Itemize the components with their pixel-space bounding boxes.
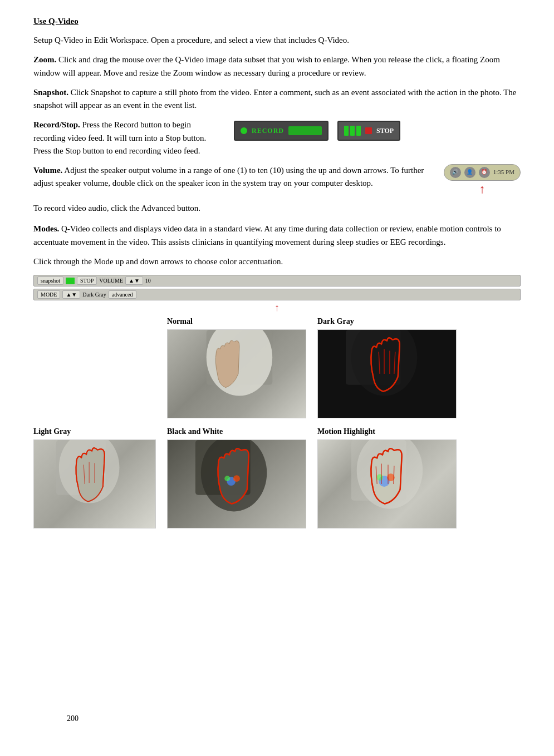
mode-label-motion-highlight: Motion Highlight bbox=[317, 427, 375, 436]
arrow-note-section: Click through the Mode up and down arrow… bbox=[33, 255, 521, 268]
volume-text-block: Volume. Adjust the speaker output volume… bbox=[33, 164, 433, 190]
light-gray-hand-svg bbox=[34, 440, 155, 528]
toolbar-arrow-up: ↑ bbox=[33, 303, 521, 313]
modes-label: Modes. bbox=[33, 224, 59, 233]
stop-bars bbox=[344, 126, 361, 136]
dark-gray-hand-svg bbox=[318, 330, 456, 418]
stop-square bbox=[365, 127, 372, 134]
mode-toolbar-2: MODE ▲▼ Dark Gray advanced bbox=[33, 289, 521, 300]
clock-icon: ⏰ bbox=[479, 167, 490, 178]
volume-text: Adjust the speaker output volume in a ra… bbox=[33, 166, 424, 187]
mode-label-dark-gray: Dark Gray bbox=[317, 317, 354, 326]
mode-toolbar: snapshot STOP VOLUME ▲▼ 10 bbox=[33, 275, 521, 286]
snapshot-btn[interactable]: snapshot bbox=[37, 276, 63, 285]
audio-note-section: To record video audio, click the Advance… bbox=[33, 202, 521, 215]
mode-label-black-white: Black and White bbox=[167, 427, 223, 436]
zoom-text: Click and drag the mouse over the Q-Vide… bbox=[33, 55, 500, 77]
modes-text: Q-Video collects and displays video data… bbox=[33, 224, 501, 246]
audio-note-text: To record video audio, click the Advance… bbox=[33, 204, 200, 213]
svg-point-9 bbox=[233, 475, 240, 482]
modes-section: Modes. Q-Video collects and displays vid… bbox=[33, 223, 521, 528]
stop-bar-2 bbox=[350, 126, 355, 136]
svg-point-10 bbox=[224, 476, 230, 481]
mode-item-light-gray: Light Gray bbox=[33, 427, 156, 528]
volume-section: Volume. Adjust the speaker output volume… bbox=[33, 164, 521, 195]
toolbar-green-bar bbox=[66, 278, 75, 284]
mode-item-dark-gray: Dark Gray bbox=[317, 317, 457, 418]
intro-section: Setup Q-Video in Edit Workspace. Open a … bbox=[33, 34, 521, 47]
tray-time: 1:35 PM bbox=[493, 167, 514, 177]
mode-image-black-white bbox=[167, 439, 306, 528]
user-icon: 👤 bbox=[464, 167, 475, 178]
page-title: Use Q-Video bbox=[33, 17, 521, 26]
stop-bar-1 bbox=[344, 126, 349, 136]
mode-label-normal: Normal bbox=[167, 317, 193, 326]
modes-text-section: Modes. Q-Video collects and displays vid… bbox=[33, 223, 521, 249]
volume-label: Volume. bbox=[33, 166, 62, 175]
stop-btn-small[interactable]: STOP bbox=[77, 276, 97, 285]
snapshot-text: Click Snapshot to capture a still photo … bbox=[33, 88, 516, 110]
tray-mockup: 🔊 👤 ⏰ 1:35 PM bbox=[444, 164, 521, 181]
arrow-up-icon: ↑ bbox=[479, 183, 485, 195]
zoom-label: Zoom. bbox=[33, 55, 56, 64]
mode-item-black-white: Black and White bbox=[167, 427, 306, 528]
record-button-text: RECORD bbox=[252, 126, 284, 136]
mode-image-normal bbox=[167, 329, 306, 418]
mode-btn[interactable]: MODE bbox=[37, 290, 60, 299]
mode-value: Dark Gray bbox=[82, 291, 106, 298]
advanced-btn[interactable]: advanced bbox=[109, 290, 136, 299]
mode-arrows[interactable]: ▲▼ bbox=[62, 290, 80, 299]
record-stop-label: Record/Stop. bbox=[33, 120, 80, 129]
mode-item-normal: Normal bbox=[167, 317, 306, 418]
stop-bar-3 bbox=[356, 126, 361, 136]
volume-number: 10 bbox=[145, 278, 151, 284]
arrow-note-text: Click through the Mode up and down arrow… bbox=[33, 257, 283, 266]
zoom-section: Zoom. Click and drag the mouse over the … bbox=[33, 53, 521, 80]
svg-point-15 bbox=[376, 474, 383, 481]
stop-button-mockup: STOP bbox=[337, 121, 400, 141]
page-content: Use Q-Video Setup Q-Video in Edit Worksp… bbox=[33, 17, 521, 740]
mode-image-dark-gray bbox=[317, 329, 457, 418]
mode-toolbar-area: snapshot STOP VOLUME ▲▼ 10 MODE ▲▼ Dark … bbox=[33, 275, 521, 313]
mode-item-motion-highlight: Motion Highlight bbox=[317, 427, 457, 528]
mode-image-light-gray bbox=[33, 439, 156, 528]
record-stop-text-block: Record/Stop. Press the Record button to … bbox=[33, 118, 223, 157]
intro-text: Setup Q-Video in Edit Workspace. Open a … bbox=[33, 36, 349, 45]
record-bar bbox=[288, 126, 322, 135]
volume-label-small: VOLUME bbox=[99, 278, 123, 284]
motion-highlight-hand-svg bbox=[318, 440, 456, 528]
speaker-icon: 🔊 bbox=[450, 167, 461, 178]
record-button-mockup: RECORD bbox=[234, 121, 329, 141]
mode-label-light-gray: Light Gray bbox=[33, 427, 71, 436]
record-stop-section: Record/Stop. Press the Record button to … bbox=[33, 118, 521, 157]
page-number: 200 bbox=[67, 714, 79, 723]
normal-hand-svg bbox=[168, 330, 306, 418]
black-white-hand-svg bbox=[168, 440, 306, 528]
mode-image-motion-highlight bbox=[317, 439, 457, 528]
volume-image-block: 🔊 👤 ⏰ 1:35 PM ↑ bbox=[444, 164, 521, 195]
volume-arrows[interactable]: ▲▼ bbox=[125, 276, 143, 285]
snapshot-section: Snapshot. Click Snapshot to capture a st… bbox=[33, 86, 521, 112]
record-stop-images: RECORD STOP bbox=[234, 121, 400, 141]
snapshot-label: Snapshot. bbox=[33, 88, 68, 97]
record-dot bbox=[241, 127, 247, 134]
stop-button-text: STOP bbox=[376, 126, 394, 136]
